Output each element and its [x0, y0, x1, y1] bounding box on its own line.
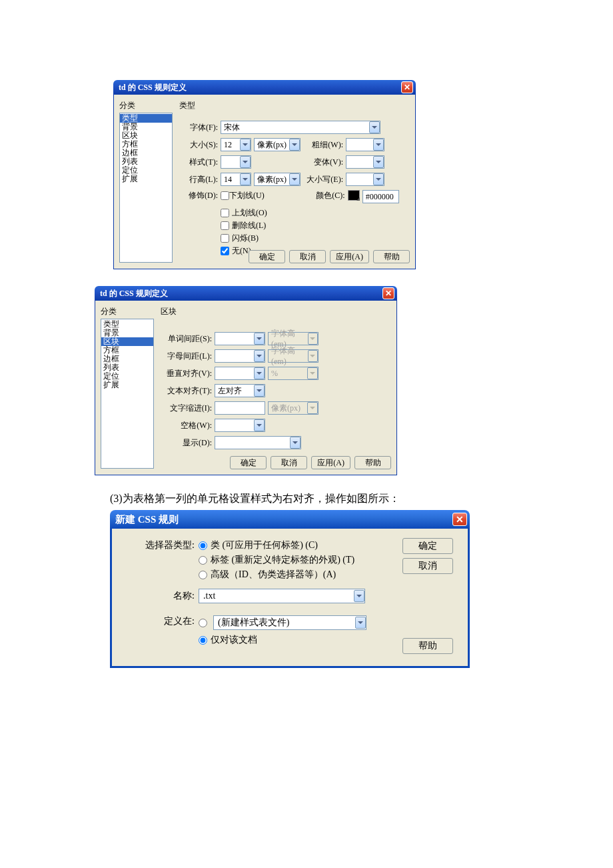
selector-tag-radio[interactable] [199, 556, 207, 565]
definein-label: 定义在: [123, 615, 195, 649]
titlebar: 新建 CSS 规则 ✕ [110, 510, 470, 529]
titlebar: td 的 CSS 规则定义 ✕ [113, 80, 416, 95]
apply-button[interactable]: 应用(A) [330, 250, 369, 263]
lineheight-combo[interactable]: 14 [221, 173, 251, 186]
selector-class-radio[interactable] [199, 541, 207, 550]
style-combo[interactable] [221, 155, 251, 169]
close-button[interactable]: ✕ [452, 513, 467, 526]
dialog-title: td 的 CSS 规则定义 [119, 82, 187, 93]
close-button[interactable]: ✕ [401, 81, 413, 93]
textalign-label: 文本对齐(T): [161, 385, 212, 397]
weight-combo[interactable] [346, 138, 384, 151]
form-area: 区块 单词间距(S): 字体高(em) 字母间距(L): 字体高(em) 垂直对… [161, 306, 391, 469]
color-label: 颜色(C): [267, 190, 345, 201]
category-label: 分类 [119, 100, 173, 111]
ok-button[interactable]: 确定 [230, 456, 267, 469]
dialog-title: td 的 CSS 规则定义 [100, 288, 168, 299]
apply-button[interactable]: 应用(A) [311, 456, 350, 469]
color-input[interactable]: #000000 [362, 190, 399, 203]
section-label: 类型 [179, 100, 410, 111]
definein-doconly-radio[interactable] [199, 636, 207, 645]
section-label: 区块 [161, 306, 391, 317]
size-combo[interactable]: 12 [221, 138, 251, 151]
help-button[interactable]: 帮助 [402, 638, 453, 654]
wordspacing-label: 单词间距(S): [161, 333, 212, 345]
ok-button[interactable]: 确定 [249, 250, 285, 263]
name-combo[interactable]: .txt [199, 589, 365, 603]
definein-newfile-combo[interactable]: (新建样式表文件) [213, 615, 366, 630]
new-css-rule-dialog: 新建 CSS 规则 ✕ 选择器类型: 类 (可应用于任何标签) (C) 标签 (… [110, 510, 470, 668]
definein-newfile-radio[interactable] [199, 619, 207, 627]
category-sidebar: 分类 类型 背景 区块 方框 边框 列表 定位 扩展 [119, 100, 173, 263]
category-item[interactable]: 扩展 [120, 175, 172, 183]
category-list[interactable]: 类型 背景 区块 方框 边框 列表 定位 扩展 [119, 113, 173, 263]
font-combo[interactable]: 宋体 [221, 121, 380, 134]
category-item[interactable]: 扩展 [101, 381, 153, 389]
dialog-title: 新建 CSS 规则 [115, 513, 179, 526]
display-combo[interactable] [215, 436, 301, 449]
cancel-button[interactable]: 取消 [289, 250, 326, 263]
form-area: 类型 字体(F): 宋体 大小(S): 12 像素(px) 粗细(W): 样式(… [179, 100, 410, 263]
name-label: 名称: [123, 590, 195, 602]
category-list[interactable]: 类型 背景 区块 方框 边框 列表 定位 扩展 [101, 319, 154, 469]
button-bar: 确定 取消 应用(A) 帮助 [249, 250, 410, 263]
titlebar: td 的 CSS 规则定义 ✕ [95, 286, 397, 301]
selector-type-label: 选择器类型: [123, 539, 195, 583]
underline-checkbox[interactable] [221, 191, 229, 200]
valign-unit: % [268, 367, 318, 380]
blink-checkbox[interactable] [221, 234, 229, 243]
lineheight-unit-combo[interactable]: 像素(px) [254, 173, 301, 186]
variant-label: 变体(V): [303, 157, 343, 168]
category-sidebar: 分类 类型 背景 区块 方框 边框 列表 定位 扩展 [101, 306, 154, 469]
wordspacing-combo[interactable] [215, 332, 265, 345]
cancel-button[interactable]: 取消 [402, 558, 453, 574]
decoration-label: 修饰(D): [179, 190, 218, 201]
selector-adv-radio[interactable] [199, 571, 207, 579]
color-swatch[interactable] [348, 190, 360, 201]
case-combo[interactable] [346, 173, 384, 186]
display-label: 显示(D): [161, 437, 212, 449]
case-label: 大小写(E): [303, 174, 343, 185]
letterspacing-combo[interactable] [215, 349, 265, 363]
css-rule-dialog-block: td 的 CSS 规则定义 ✕ 分类 类型 背景 区块 方框 边框 列表 定位 … [95, 286, 397, 475]
size-label: 大小(S): [179, 139, 218, 151]
none-checkbox[interactable] [221, 247, 229, 255]
valign-combo[interactable] [215, 367, 265, 380]
indent-input[interactable] [215, 401, 265, 415]
caption-text: (3)为表格第一列的单元格设置样式为右对齐，操作如图所示： [110, 492, 613, 506]
lineheight-label: 行高(L): [179, 174, 218, 185]
category-label: 分类 [101, 306, 154, 317]
indent-label: 文字缩进(I): [161, 403, 212, 414]
css-rule-dialog-type: td 的 CSS 规则定义 ✕ 分类 类型 背景 区块 方框 边框 列表 定位 … [113, 80, 416, 269]
variant-combo[interactable] [346, 155, 384, 169]
weight-label: 粗细(W): [303, 139, 343, 151]
overline-checkbox[interactable] [221, 209, 229, 217]
ok-button[interactable]: 确定 [402, 538, 453, 554]
size-unit-combo[interactable]: 像素(px) [254, 138, 301, 151]
letterspacing-label: 字母间距(L): [161, 351, 212, 362]
whitespace-label: 空格(W): [161, 420, 212, 431]
valign-label: 垂直对齐(V): [161, 368, 212, 379]
wordspacing-unit: 字体高(em) [268, 332, 318, 345]
letterspacing-unit: 字体高(em) [268, 349, 318, 363]
style-label: 样式(T): [179, 157, 218, 168]
help-button[interactable]: 帮助 [354, 456, 391, 469]
indent-unit: 像素(px) [268, 401, 318, 415]
whitespace-combo[interactable] [215, 419, 265, 432]
cancel-button[interactable]: 取消 [271, 456, 307, 469]
help-button[interactable]: 帮助 [373, 250, 410, 263]
font-label: 字体(F): [179, 122, 218, 133]
button-bar: 确定 取消 应用(A) 帮助 [230, 456, 391, 469]
textalign-combo[interactable]: 左对齐 [215, 384, 265, 397]
close-button[interactable]: ✕ [382, 287, 394, 299]
strike-checkbox[interactable] [221, 221, 229, 230]
